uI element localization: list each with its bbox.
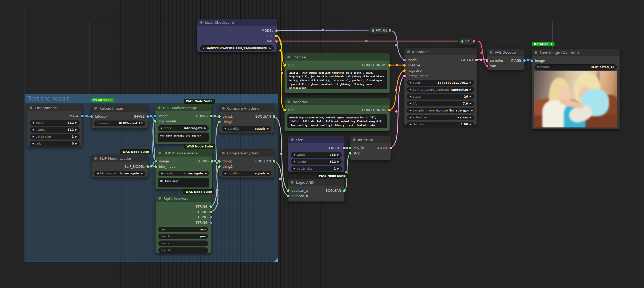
port-vae-input[interactable] — [486, 65, 488, 67]
node-status-dot[interactable] — [222, 107, 225, 110]
node-empty-image[interactable]: EmptyImage IMAGE ◀width512▶ ◀height512▶ … — [27, 104, 83, 147]
node-titlebar[interactable]: Compare Anything — [219, 150, 274, 157]
node-status-dot[interactable] — [407, 50, 410, 53]
ckpt-name-widget[interactable]: ◀ ckpt_nameaZovyaRPGArtistTools_v4.safet… — [200, 45, 274, 51]
stepper-right-icon[interactable]: ▶ — [470, 89, 471, 91]
batch-size-widget[interactable]: ◀batch_size1▶ — [291, 166, 342, 171]
color-widget[interactable]: ◀color0▶ — [30, 141, 80, 146]
stepper-right-icon[interactable]: ▶ — [267, 172, 269, 175]
height-widget[interactable]: ◀height512▶ — [30, 127, 80, 133]
node-titlebar[interactable]: VAE Decode — [487, 49, 524, 56]
port-model-output[interactable] — [275, 29, 278, 32]
port-blip-model-input[interactable] — [154, 165, 157, 168]
port-fallback-input[interactable] — [90, 115, 93, 118]
port-image-output[interactable] — [146, 115, 149, 118]
stepper-left-icon[interactable]: ◀ — [32, 122, 34, 124]
stepper-right-icon[interactable]: ▶ — [337, 167, 339, 170]
scheduler-widget[interactable]: ◀schedulerkarras▶ — [407, 115, 474, 120]
denoise-widget[interactable]: ◀denoise1.00▶ — [407, 122, 474, 127]
control-before-generate-widget[interactable]: ◀control_before_generaterandomize▶ — [407, 87, 474, 93]
stepper-right-icon[interactable]: ▶ — [75, 142, 77, 145]
port-thing2-input[interactable] — [218, 121, 221, 123]
stepper-left-icon[interactable]: ◀ — [409, 82, 411, 84]
node-blip-analyze-1[interactable]: BLIP Analyze Image imageSTRING blip_mode… — [155, 104, 212, 144]
port-blip-model-output[interactable] — [146, 165, 149, 168]
node-status-dot[interactable] — [200, 21, 203, 24]
node-titlebar[interactable]: Load Checkpoint — [197, 19, 276, 26]
stepper-left-icon[interactable]: ◀ — [224, 127, 226, 130]
port-blip-model-input[interactable] — [154, 120, 157, 123]
stepper-left-icon[interactable]: ◀ — [409, 95, 411, 98]
node-status-dot[interactable] — [158, 197, 161, 200]
seed-widget[interactable]: ◀seed127269723177031▶ — [407, 80, 474, 86]
node-status-dot[interactable] — [158, 152, 161, 154]
stepper-left-icon[interactable]: ◀ — [202, 47, 204, 49]
stepper-left-icon[interactable]: ◀ — [224, 172, 226, 175]
stepper-right-icon[interactable]: ▶ — [204, 127, 206, 129]
node-vae-decode[interactable]: VAE Decode samplesIMAGE vae — [487, 49, 525, 70]
stepper-right-icon[interactable]: ▶ — [75, 129, 77, 131]
port-boolean-output[interactable] — [343, 189, 346, 192]
stepper-right-icon[interactable]: ▶ — [337, 161, 339, 163]
stepper-right-icon[interactable]: ▶ — [205, 172, 207, 175]
sampler-name-widget[interactable]: ◀sampler_namedpmpp_3m_sde_gpu▶ — [407, 108, 474, 113]
port-image-output[interactable] — [523, 59, 526, 62]
node-titlebar[interactable]: BLIP Analyze Image — [155, 104, 211, 111]
width-widget[interactable]: ◀width512▶ — [30, 120, 80, 126]
stepper-left-icon[interactable]: ◀ — [161, 172, 163, 175]
stepper-left-icon[interactable]: ◀ — [409, 89, 411, 91]
stepper-left-icon[interactable]: ◀ — [32, 129, 34, 131]
stepper-left-icon[interactable]: ◀ — [409, 109, 411, 112]
port-negative-input[interactable] — [403, 69, 406, 72]
stepper-right-icon[interactable]: ▶ — [270, 47, 271, 49]
node-blip-analyze-2[interactable]: BLIP Analyze Image imageSTRING blip_mode… — [155, 149, 212, 189]
node-size[interactable]: Size LATENT ◀width768▶ ◀height512▶ ◀batc… — [288, 136, 345, 172]
text-b-widget[interactable]: text_byes — [158, 234, 208, 239]
mode-widget[interactable]: ◀modeinterrogate▶ — [158, 125, 209, 131]
question-textarea[interactable]: How many persons are there? — [158, 133, 209, 142]
node-status-dot[interactable] — [490, 51, 492, 54]
node-interrupt[interactable]: Interrupt any_inLATENT stop — [350, 136, 391, 160]
stepper-right-icon[interactable]: ▶ — [471, 109, 473, 112]
node-blip-model-loader[interactable]: BLIP Model Loader BLIP_MODEL ◀blip_model… — [91, 155, 148, 178]
stepper-right-icon[interactable]: ▶ — [470, 82, 471, 84]
port-any-in-input[interactable] — [349, 147, 352, 149]
port-clip-output[interactable] — [275, 35, 278, 37]
port-boolean-output[interactable] — [273, 115, 275, 118]
port-latent-output[interactable] — [343, 147, 346, 149]
node-titlebar[interactable]: Logic AND — [288, 179, 344, 186]
collapse-dot-icon[interactable] — [372, 29, 374, 32]
port-string3-output[interactable] — [209, 216, 212, 219]
node-status-dot[interactable] — [287, 56, 290, 58]
node-status-dot[interactable] — [353, 138, 356, 141]
text-d-widget[interactable]: text_d — [158, 247, 208, 253]
reroute-vae[interactable]: VAE — [458, 38, 474, 45]
stepper-left-icon[interactable]: ◀ — [409, 123, 411, 126]
node-compare-anything-2[interactable]: Compare Anything thing1BOOLEAN thing2 ◀c… — [219, 149, 274, 178]
steps-widget[interactable]: ◀steps26▶ — [407, 94, 474, 99]
condition-widget[interactable]: ◀conditionequals▶ — [222, 171, 271, 176]
node-titlebar[interactable]: Save Image (Override) — [532, 49, 619, 56]
height-widget[interactable]: ◀height512▶ — [291, 159, 342, 165]
stepper-left-icon[interactable]: ◀ — [97, 172, 99, 175]
node-ksampler[interactable]: KSampler modelLATENT positive negative l… — [404, 48, 477, 125]
node-load-checkpoint[interactable]: Load Checkpoint MODEL CLIP VAE ◀ ckpt_na… — [197, 19, 277, 52]
stepper-right-icon[interactable]: ▶ — [337, 154, 339, 156]
port-stop-input[interactable] — [349, 152, 352, 155]
stepper-left-icon[interactable]: ◀ — [293, 154, 295, 156]
condition-widget[interactable]: ◀conditionequals▶ — [222, 126, 271, 131]
port-string-output[interactable] — [210, 160, 213, 163]
reroute-model[interactable]: MODEL — [369, 27, 390, 34]
port-vae-output[interactable] — [275, 40, 278, 43]
stepper-left-icon[interactable]: ◀ — [409, 116, 411, 119]
batch-size-widget[interactable]: ◀batch_size1▶ — [30, 134, 80, 139]
stepper-left-icon[interactable]: ◀ — [293, 167, 295, 170]
port-clip-input[interactable] — [283, 64, 286, 67]
node-titlebar[interactable]: Interrupt — [350, 136, 391, 143]
stepper-right-icon[interactable]: ▶ — [470, 116, 471, 119]
node-titlebar[interactable]: BLIP Analyze Image — [156, 150, 212, 157]
port-image-output[interactable] — [81, 115, 84, 117]
node-titlebar[interactable]: Right Answers — [156, 195, 211, 202]
node-status-dot[interactable] — [291, 138, 294, 141]
stepper-left-icon[interactable]: ◀ — [409, 102, 411, 105]
